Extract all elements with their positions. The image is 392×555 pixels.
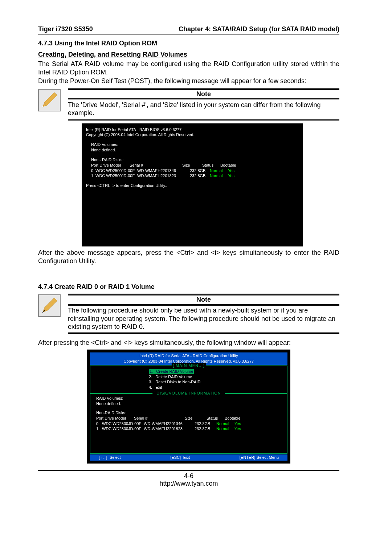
page-content: Tiger i7320 S5350 Chapter 4: SATA/RAID S…: [38, 25, 339, 487]
bios1-press-line: Press <CTRL-I> to enter Configuration Ut…: [86, 183, 299, 188]
note-2-label: Note: [68, 294, 339, 305]
bios2-raid-volumes-label: RAID Volumes:: [94, 396, 283, 401]
page-number: 4-6: [38, 472, 339, 480]
bios2-nonraid-label: Non-RAID Disks:: [94, 410, 283, 416]
bios2-foot-enter: [ENTER]-Select Menu: [240, 455, 279, 460]
bios1-row: 1 WDC WD2500JD-00F WD-WMAEH2201823 232.8…: [86, 173, 299, 179]
page-header: Tiger i7320 S5350 Chapter 4: SATA/RAID S…: [38, 25, 339, 33]
bios1-nonraid-label: Non - RAID Disks:: [86, 157, 299, 163]
note-2-rule: [68, 333, 339, 334]
bios2-menu-item[interactable]: 2. Delete RAID Volume: [149, 374, 229, 380]
section-473-para1: The Serial ATA RAID volume may be config…: [38, 60, 339, 76]
section-473-after: After the above message appears, press t…: [38, 249, 339, 265]
bios1-header-row: Port Drive Model Serial # Size Status Bo…: [86, 163, 299, 168]
bios1-hdr-size: Size: [182, 163, 202, 168]
bios1-hdr-status: Status: [202, 163, 220, 168]
product-name: Tiger i7320 S5350: [38, 25, 93, 33]
bios2-title1: Intel (R) RAID for Serial ATA - RAID Con…: [91, 353, 286, 359]
section-473-para2: During the Power-On Self Test (POST), th…: [38, 77, 339, 85]
bios1-none-defined: None defined.: [86, 147, 299, 153]
bios2-row: 1 WDC WD2500JD-00F WD-WMAEH2201823 232.8…: [94, 426, 283, 432]
chapter-title: Chapter 4: SATA/RAID Setup (for SATA RAI…: [179, 25, 339, 33]
bios2-foot-select: [ ↑↓ ] -Select: [99, 455, 121, 460]
bios1-raid-volumes-label: RAID Volumes:: [86, 142, 299, 147]
pencil-icon: [38, 294, 61, 317]
section-473-title: 4.7.3 Using the Intel RAID Option ROM: [38, 40, 339, 47]
note-1-label: Note: [68, 89, 339, 99]
page-footer: 4-6 http://www.tyan.com: [38, 470, 339, 487]
bios2-disk-info-label: [ DISK/VOLUME INFORMATION ]: [152, 391, 225, 396]
bios1-hdr-serial: Serial #: [130, 163, 182, 168]
note-2: Note The following procedure should only…: [38, 294, 339, 334]
footer-url: http://www.tyan.com: [38, 480, 339, 487]
bios2-menu-item[interactable]: 4. Exit: [149, 385, 229, 390]
note-1-rule: [68, 119, 339, 121]
note-1-text: The 'Drive Model', 'Serial #', and 'Size…: [68, 101, 339, 117]
header-rule: [38, 34, 339, 34]
bios2-disk-info: [ DISK/VOLUME INFORMATION ] RAID Volumes…: [90, 393, 287, 454]
pencil-icon: [38, 89, 61, 111]
bios1-hdr-boot: Bootable: [220, 163, 237, 168]
bios2-none-defined: None defined.: [94, 401, 283, 407]
section-474-after: After pressing the <Ctrl> and <i> keys s…: [38, 339, 339, 347]
bios1-line2: Copyright (C) 2003-04 Intel Corporation.…: [86, 132, 299, 138]
bios2-main-menu-label: [ MAIN MENU ]: [172, 363, 206, 368]
bios2-foot-esc: [ESC] -Exit: [170, 455, 190, 460]
bios1-line1: Intel (R) RAID for Serial ATA - RAID BIO…: [86, 127, 299, 132]
bios2-main-menu: [ MAIN MENU ] 1. Create RAID Volume 2. D…: [90, 366, 287, 393]
bios-config-screenshot: Intel (R) RAID for Serial ATA - RAID Con…: [87, 350, 290, 464]
bios2-menu-item[interactable]: 1. Create RAID Volume: [149, 369, 194, 374]
bios2-header-row: Port Drive Model Serial # Size Status Bo…: [94, 416, 283, 421]
bios2-menu-item[interactable]: 3. Reset Disks to Non-RAID: [149, 379, 229, 385]
note-1: Note The 'Drive Model', 'Serial #', and …: [38, 89, 339, 121]
bios1-row: 0 WDC WD2500JD-00F WD-WMAEH2201346 232.8…: [86, 168, 299, 174]
section-474-title: 4.7.4 Create RAID 0 or RAID 1 Volume: [38, 283, 339, 291]
bios2-row: 0 WDC WD2500JD-00F WD-WMAEH2201346 232.8…: [94, 421, 283, 427]
bios-post-screenshot: Intel (R) RAID for Serial ATA - RAID BIO…: [82, 123, 303, 247]
note-2-text: The following procedure should only be u…: [68, 306, 339, 331]
bios1-hdr-port: Port Drive Model: [86, 163, 130, 168]
section-473-subheading: Creating, Deleting, and Resetting RAID V…: [38, 51, 339, 58]
bios2-footer-bar: [ ↑↓ ] -Select [ESC] -Exit [ENTER]-Selec…: [90, 454, 287, 461]
